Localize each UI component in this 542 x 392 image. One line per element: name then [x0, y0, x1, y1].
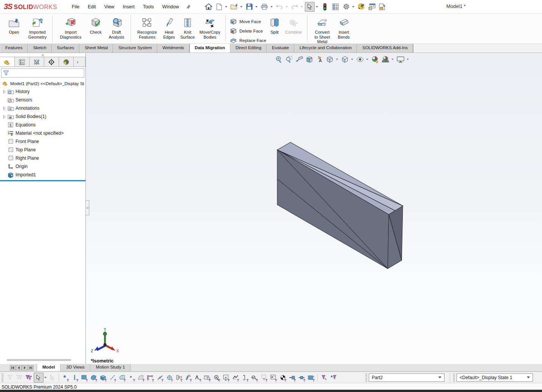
graphics-viewport[interactable]: A [86, 53, 542, 364]
filter-consumed-icon[interactable] [329, 373, 338, 382]
pack-and-go-icon[interactable] [367, 2, 377, 12]
expand-arrow-icon[interactable] [2, 90, 7, 93]
tab-lifecycle-collaboration[interactable]: Lifecycle and Collaboration [294, 44, 357, 53]
filter-solid-bodies-icon[interactable] [98, 373, 108, 382]
tab-3d-views[interactable]: 3D Views [61, 364, 90, 371]
filter-edges-icon[interactable] [70, 373, 79, 382]
save-caret[interactable] [255, 6, 258, 8]
filter-welds-icon[interactable] [231, 373, 240, 382]
filter-sketch-grid-icon[interactable] [136, 373, 146, 382]
filter-center-marks-icon[interactable] [165, 373, 174, 382]
insert-bends-button[interactable]: Insert Bends [334, 15, 354, 39]
combo-grip-2[interactable] [453, 373, 455, 382]
filter-clear-icon[interactable] [5, 373, 14, 382]
filter-datums-icon[interactable] [240, 373, 250, 382]
view-settings-caret[interactable] [407, 59, 409, 60]
convert-to-sheet-metal-button[interactable]: Convert to Sheet Metal [311, 15, 334, 44]
snapshot-3d-icon[interactable] [356, 2, 366, 12]
last-tab-button[interactable] [28, 365, 34, 370]
hide-show-caret[interactable] [366, 59, 368, 60]
filter-dowel-pins-icon[interactable] [306, 373, 316, 382]
toolbar-grip[interactable] [2, 373, 3, 382]
select-cursor-button[interactable] [305, 2, 315, 12]
menu-file[interactable]: File [68, 3, 84, 11]
filter-midpoints-icon[interactable] [155, 373, 165, 382]
menu-window[interactable]: Window [158, 3, 183, 11]
new-document-icon[interactable] [214, 2, 224, 12]
filter-surface-finish-icon[interactable] [193, 373, 202, 382]
tab-solidworks-addins[interactable]: SOLIDWORKS Add-Ins [357, 44, 413, 53]
hide-show-items-icon[interactable] [356, 55, 365, 64]
options-caret[interactable] [352, 6, 354, 8]
filter-dim-standard-icon[interactable] [202, 373, 212, 382]
filter-annotation-views-icon[interactable]: A [221, 373, 231, 382]
tree-item-annotations[interactable]: A Annotations [0, 104, 85, 112]
filter-toggle-icon[interactable] [24, 373, 33, 382]
move-copy-bodies-button[interactable]: Move/Copy Bodies [197, 15, 222, 39]
panel-horizontal-scrollbar[interactable] [0, 358, 85, 362]
open-button[interactable]: Open [2, 15, 26, 35]
open-folder-icon[interactable] [229, 2, 239, 12]
view-orientation-caret[interactable] [336, 59, 338, 60]
displaymanager-tab[interactable] [30, 57, 44, 67]
publish-document-icon[interactable] [377, 2, 387, 12]
filter-faces-icon[interactable] [79, 373, 89, 382]
filter-multiple-icon[interactable] [14, 373, 24, 382]
filter-sketch-points-icon[interactable] [127, 373, 136, 382]
dimxpertmanager-tab[interactable] [59, 57, 74, 67]
tab-data-migration[interactable]: Data Migration [189, 44, 230, 53]
tree-item-history[interactable]: History [0, 87, 85, 96]
filter-hatch-icon[interactable] [259, 373, 269, 382]
view-orientation-icon[interactable] [325, 55, 334, 64]
filter-dimensions-icon[interactable] [174, 373, 183, 382]
panel-splitter-handle[interactable] [0, 53, 85, 57]
filter-hide-all-types-icon[interactable] [319, 373, 329, 382]
print-icon[interactable] [259, 2, 269, 12]
tab-weldments[interactable]: Weldments [157, 44, 189, 53]
move-face-button[interactable]: Move Face [229, 17, 266, 26]
tree-item-origin[interactable]: Origin [0, 162, 85, 171]
tab-direct-editing[interactable]: Direct Editing [230, 44, 267, 53]
tab-structure-system[interactable]: Structure System [113, 44, 157, 53]
tab-sheet-metal[interactable]: Sheet Metal [79, 44, 113, 53]
view-settings-icon[interactable] [396, 55, 405, 64]
menu-edit[interactable]: Edit [84, 3, 100, 11]
heal-edges-button[interactable]: Heal Edges [160, 15, 178, 39]
previous-tab-button[interactable] [16, 365, 22, 370]
filter-routing-points-icon[interactable] [297, 373, 306, 382]
tab-model[interactable]: Model [37, 364, 61, 371]
new-document-caret[interactable] [225, 6, 227, 8]
filter-connection-points-icon[interactable] [287, 373, 297, 382]
dynamic-annotation-views-icon[interactable]: A [315, 55, 324, 64]
draft-analysis-button[interactable]: Draft Analysis [106, 15, 127, 39]
recognize-features-button[interactable]: Recognize Features [134, 15, 160, 39]
options-gear-icon[interactable] [341, 2, 351, 12]
tree-item-equations[interactable]: Σ Equations [0, 121, 85, 129]
tree-root[interactable]: Model1 (Part2) <<Default>_Display St [0, 79, 85, 87]
filter-magnify-n-icon[interactable]: N [212, 373, 221, 382]
menu-view[interactable]: View [100, 3, 119, 11]
tab-sketch[interactable]: Sketch [28, 44, 51, 53]
select-cursor-toolbar-button[interactable] [34, 373, 43, 383]
save-icon[interactable] [244, 2, 254, 12]
display-style-icon[interactable] [340, 55, 349, 64]
select-cursor-toolbar-caret[interactable] [44, 377, 47, 378]
previous-view-icon[interactable] [295, 55, 304, 64]
filter-planes-icon[interactable] [117, 373, 127, 382]
knit-surface-button[interactable]: Knit Surface [178, 15, 197, 39]
display-style-caret[interactable] [351, 59, 353, 60]
print-caret[interactable] [270, 6, 273, 8]
combo-grip[interactable] [365, 373, 367, 382]
first-tab-button[interactable] [10, 365, 16, 370]
apply-scene-caret[interactable] [391, 59, 394, 60]
lasso-select-icon[interactable] [48, 373, 57, 382]
tab-motion-study-1[interactable]: Motion Study 1 [90, 364, 131, 371]
filter-vertices-icon[interactable] [61, 373, 70, 382]
file-properties-icon[interactable] [331, 2, 340, 12]
zoom-to-fit-icon[interactable] [274, 55, 283, 64]
filter-surface-bodies-icon[interactable] [89, 373, 98, 382]
section-view-icon[interactable] [305, 55, 314, 64]
tab-surfaces[interactable]: Surfaces [52, 44, 79, 53]
zoom-to-area-icon[interactable] [284, 55, 294, 64]
menu-tools[interactable]: Tools [139, 3, 158, 11]
